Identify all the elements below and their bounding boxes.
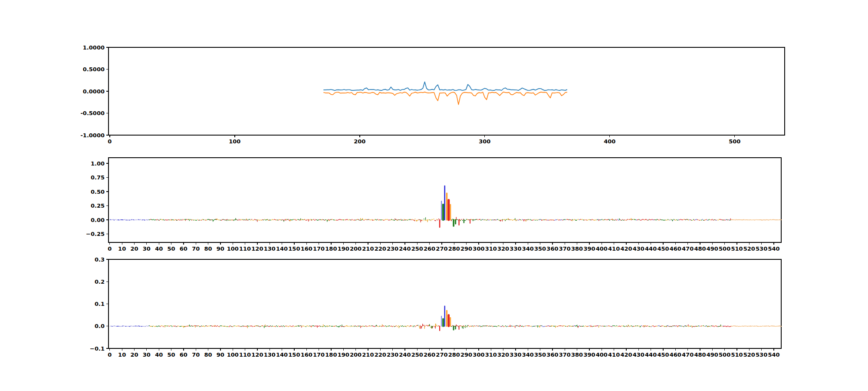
svg-text:410: 410 [608,351,620,358]
svg-text:90: 90 [217,351,224,358]
svg-text:190: 190 [338,351,349,358]
svg-text:400: 400 [596,351,608,358]
svg-text:−0.1: −0.1 [90,345,105,352]
svg-text:260: 260 [424,351,435,358]
svg-text:230: 230 [387,351,398,358]
svg-text:500: 500 [719,351,730,358]
svg-text:80: 80 [204,351,212,358]
svg-text:0.2: 0.2 [95,278,105,285]
svg-text:540: 540 [768,351,779,358]
svg-text:510: 510 [731,351,743,358]
svg-text:430: 430 [633,351,644,358]
svg-text:420: 420 [620,351,632,358]
svg-text:150: 150 [288,351,300,358]
svg-text:170: 170 [313,351,325,358]
svg-text:60: 60 [180,351,187,358]
subplot-bottom-sparse-canvas: 0102030405060708090100110120130140150160… [0,0,868,391]
svg-text:300: 300 [473,351,484,358]
svg-text:180: 180 [325,351,337,358]
svg-text:330: 330 [510,351,521,358]
svg-text:280: 280 [448,351,460,358]
svg-text:0.1: 0.1 [95,301,105,307]
svg-text:250: 250 [411,351,423,358]
svg-text:520: 520 [743,351,755,358]
svg-text:210: 210 [362,351,374,358]
svg-text:290: 290 [460,351,472,358]
subplot-bottom-sparse: 0102030405060708090100110120130140150160… [0,0,868,391]
svg-text:310: 310 [485,351,497,358]
svg-text:30: 30 [143,351,151,358]
svg-text:0.3: 0.3 [95,256,105,263]
svg-text:120: 120 [251,351,263,358]
svg-text:140: 140 [276,351,288,358]
svg-text:10: 10 [118,351,126,358]
svg-text:110: 110 [239,351,251,358]
svg-text:360: 360 [546,351,558,358]
svg-text:370: 370 [559,351,571,358]
svg-text:340: 340 [522,351,534,358]
svg-text:220: 220 [375,351,386,358]
svg-text:380: 380 [571,351,583,358]
svg-text:0.0: 0.0 [95,323,105,329]
svg-text:350: 350 [534,351,546,358]
svg-text:450: 450 [657,351,669,358]
svg-text:390: 390 [583,351,595,358]
figure: 01002003004005001.00000.50000.0000-0.500… [0,0,868,391]
svg-text:490: 490 [707,351,718,358]
svg-text:100: 100 [227,351,239,358]
svg-text:440: 440 [645,351,657,358]
svg-text:460: 460 [670,351,681,358]
svg-text:270: 270 [436,351,447,358]
svg-text:470: 470 [682,351,694,358]
svg-text:50: 50 [167,351,175,358]
svg-text:530: 530 [756,351,767,358]
svg-text:200: 200 [350,351,362,358]
svg-text:40: 40 [155,351,163,358]
svg-text:240: 240 [399,351,411,358]
svg-text:130: 130 [264,351,276,358]
svg-text:20: 20 [130,351,138,358]
svg-text:70: 70 [192,351,200,358]
svg-text:320: 320 [497,351,509,358]
svg-text:160: 160 [301,351,312,358]
svg-text:480: 480 [694,351,706,358]
svg-text:0: 0 [108,351,112,358]
